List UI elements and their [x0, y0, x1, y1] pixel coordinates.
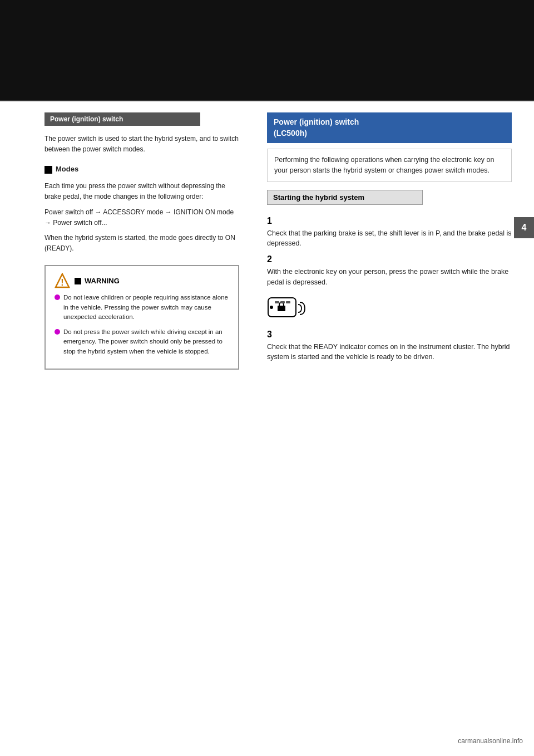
step-1-text: Check that the parking brake is set, the… — [267, 228, 512, 249]
right-column: Power (ignition) switch (LC500h) Perform… — [256, 101, 534, 381]
warning-title: WARNING — [85, 277, 120, 285]
left-top-title-text: Power (ignition) switch — [50, 115, 123, 123]
warning-item-2-text: Do not press the power switch while driv… — [63, 327, 229, 356]
warning-header-row: ! WARNING — [55, 273, 229, 288]
left-top-title: Power (ignition) switch — [44, 112, 200, 126]
top-bar — [0, 0, 534, 100]
blue-header-line2: (LC500h) — [274, 128, 505, 139]
warning-item-2: Do not press the power switch while driv… — [55, 327, 229, 356]
left-para-4: When the hybrid system is started, the m… — [44, 233, 239, 254]
svg-text:!: ! — [61, 278, 63, 287]
section-title-text: Modes — [56, 164, 78, 175]
step-2-num: 2 — [267, 254, 512, 264]
warning-item-1: Do not leave children or people requirin… — [55, 293, 229, 322]
section-header-text: Starting the hybrid system — [267, 190, 423, 205]
blue-header-box: Power (ignition) switch (LC500h) — [267, 112, 512, 143]
website-text: carmanualsonline.info — [458, 737, 523, 745]
left-column: Power (ignition) switch The power switch… — [0, 101, 256, 381]
blue-header-line1: Power (ignition) switch — [274, 117, 505, 128]
svg-rect-5 — [275, 301, 279, 303]
warning-box: ! WARNING Do not leave children or peopl… — [44, 265, 239, 370]
svg-rect-3 — [278, 306, 285, 311]
step-1-num: 1 — [267, 216, 512, 226]
key-fob-icon — [267, 293, 306, 324]
section-number-tab: 4 — [514, 217, 534, 238]
left-para-1: The power switch is used to start the hy… — [44, 134, 239, 155]
warning-triangle-icon: ! — [55, 273, 70, 288]
step-3-text: Check that the READY indicator comes on … — [267, 342, 512, 363]
section-number-text: 4 — [522, 223, 527, 232]
warning-bullet-2-icon — [55, 329, 60, 335]
svg-point-4 — [270, 306, 273, 309]
website-watermark: carmanualsonline.info — [458, 737, 523, 745]
section-header: Starting the hybrid system — [267, 190, 512, 210]
section-title-row: Modes — [44, 164, 239, 175]
main-content: Power (ignition) switch The power switch… — [0, 101, 534, 381]
step-2-text: With the electronic key on your person, … — [267, 267, 512, 288]
warning-section-marker-icon — [75, 278, 81, 284]
warning-bullet-1-icon — [55, 294, 60, 300]
info-box-text: Performing the following operations when… — [274, 156, 494, 174]
warning-item-1-text: Do not leave children or people requirin… — [63, 293, 229, 322]
svg-rect-6 — [280, 301, 285, 303]
left-para-2: Each time you press the power switch wit… — [44, 181, 239, 202]
left-body: The power switch is used to start the hy… — [44, 134, 239, 254]
svg-rect-7 — [286, 301, 290, 303]
page-container: Power (ignition) switch The power switch… — [0, 0, 534, 756]
info-box: Performing the following operations when… — [267, 149, 512, 182]
section-marker-icon — [44, 166, 52, 174]
step-3-num: 3 — [267, 330, 512, 340]
key-icon-area — [267, 293, 512, 324]
left-para-3: Power switch off → ACCESSORY mode → IGNI… — [44, 207, 239, 228]
